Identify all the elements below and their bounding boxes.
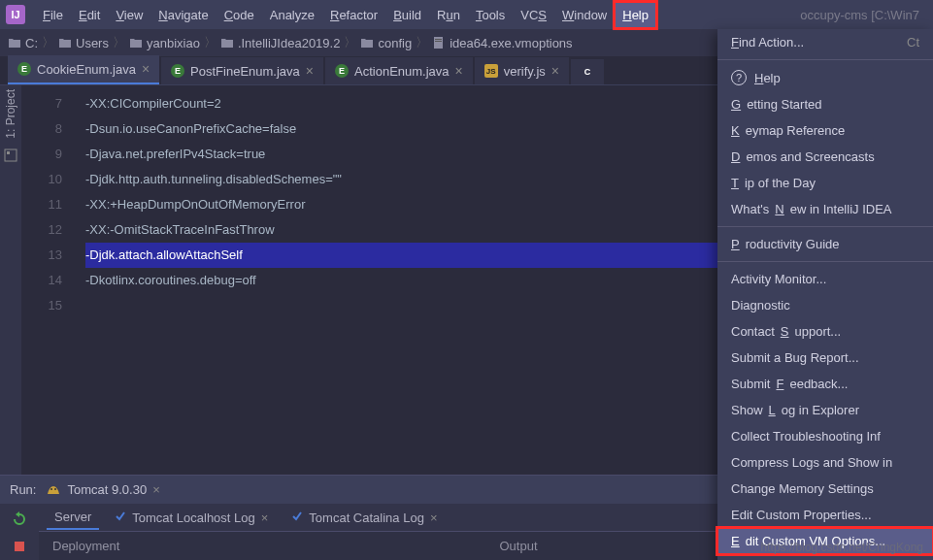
col-deployment: Deployment [39, 539, 486, 553]
sidebar-project-label[interactable]: 1: Project [4, 89, 17, 139]
close-icon[interactable]: × [261, 511, 269, 525]
run-tab[interactable]: Tomcat Catalina Log× [283, 507, 445, 529]
svg-point-5 [50, 488, 52, 490]
menu-view[interactable]: View [108, 2, 150, 28]
help-menu-item[interactable]: What's New in IntelliJ IDEA [717, 196, 933, 222]
folder-icon [129, 37, 143, 49]
close-icon[interactable]: × [455, 63, 463, 79]
help-menu-item[interactable]: Change Memory Settings [717, 476, 933, 502]
filetype-icon: E [171, 64, 184, 78]
svg-rect-7 [15, 542, 24, 551]
help-menu-item[interactable]: Keymap Reference [717, 117, 933, 144]
svg-rect-1 [435, 39, 442, 40]
run-tools [0, 504, 39, 560]
help-menu-item[interactable]: Tip of the Day [717, 170, 933, 196]
help-icon-row[interactable]: ?Help [717, 64, 933, 91]
menu-tools[interactable]: Tools [468, 2, 513, 28]
svg-rect-0 [434, 37, 443, 49]
menu-build[interactable]: Build [385, 2, 429, 28]
help-icon: ? [731, 70, 747, 85]
filetype-icon: C [581, 65, 594, 79]
help-menu-item[interactable]: Demos and Screencasts [717, 144, 933, 170]
menu-refactor[interactable]: Refactor [322, 2, 385, 28]
editor-tab[interactable]: EPostFineEnum.java× [161, 57, 323, 84]
log-icon [115, 511, 126, 525]
log-icon [291, 511, 303, 525]
help-menu-item[interactable]: Productivity Guide [717, 231, 933, 257]
menu-file[interactable]: File [35, 2, 71, 28]
run-tab[interactable]: Tomcat Localhost Log× [107, 507, 276, 529]
folder-icon [220, 37, 234, 49]
folder-icon [360, 37, 374, 49]
menu-vcs[interactable]: VCS [513, 2, 554, 28]
help-menu-item[interactable]: Activity Monitor... [717, 266, 933, 292]
help-menu-item[interactable]: Debug Log Settings... [717, 554, 933, 560]
help-menu-item[interactable]: Contact Support... [717, 318, 933, 345]
svg-rect-3 [5, 149, 17, 161]
editor-tab[interactable]: C [571, 59, 604, 84]
close-icon[interactable]: × [152, 482, 160, 497]
menu-run[interactable]: Run [429, 2, 468, 28]
menu-edit[interactable]: Edit [71, 2, 108, 28]
help-menu-item[interactable]: Collect Troubleshooting Inf [717, 423, 933, 449]
breadcrumb-item[interactable]: yanbixiao [129, 36, 200, 50]
close-icon[interactable]: × [551, 63, 559, 79]
help-menu-item[interactable]: Edit Custom Properties... [717, 502, 933, 528]
folder-icon [58, 37, 72, 49]
menu-code[interactable]: Code [217, 2, 262, 28]
tomcat-icon [46, 482, 61, 498]
run-title: Run: [10, 482, 36, 497]
project-name: occupy-cms [C:\Win7 [800, 8, 927, 22]
menu-window[interactable]: Window [554, 2, 615, 28]
svg-rect-2 [435, 41, 442, 42]
editor-tab[interactable]: EActionEnum.java× [325, 57, 473, 84]
close-icon[interactable]: × [142, 61, 150, 77]
run-tab[interactable]: Server [47, 506, 99, 530]
filetype-icon: E [335, 64, 349, 78]
menubar: IJ FileEditViewNavigateCodeAnalyzeRefact… [0, 0, 933, 29]
help-menu-item[interactable]: Compress Logs and Show in [717, 449, 933, 476]
svg-point-6 [54, 488, 56, 490]
breadcrumb-item[interactable]: .IntelliJIdea2019.2 [220, 36, 341, 50]
close-icon[interactable]: × [430, 511, 438, 525]
app-icon: IJ [6, 5, 25, 24]
help-menu: Find Action...Ct?HelpGetting StartedKeym… [717, 29, 933, 560]
menu-find-action[interactable]: Find Action...Ct [717, 29, 933, 55]
help-menu-item[interactable]: Getting Started [717, 91, 933, 117]
breadcrumb-item[interactable]: C: [8, 36, 38, 50]
file-icon [432, 37, 446, 49]
run-config[interactable]: Tomcat 9.0.30 × [46, 482, 159, 498]
filetype-icon: JS [484, 64, 498, 78]
menu-help[interactable]: Help [615, 2, 656, 28]
filetype-icon: E [17, 62, 31, 76]
menu-navigate[interactable]: Navigate [150, 2, 216, 28]
stop-button[interactable] [10, 537, 29, 556]
help-menu-item[interactable]: Submit Feedback... [717, 371, 933, 397]
rerun-button[interactable] [10, 510, 29, 529]
help-menu-item[interactable]: Show Log in Explorer [717, 397, 933, 423]
close-icon[interactable]: × [306, 63, 314, 79]
help-menu-item[interactable]: Submit a Bug Report... [717, 345, 933, 371]
breadcrumb-item[interactable]: config [360, 36, 412, 50]
help-menu-item[interactable]: Diagnostic [717, 292, 933, 318]
breadcrumb-item[interactable]: Users [58, 36, 109, 50]
svg-rect-4 [7, 151, 10, 154]
structure-icon[interactable] [4, 148, 17, 162]
menu-analyze[interactable]: Analyze [262, 2, 322, 28]
gutter: 789101112131415 [21, 85, 76, 475]
watermark: https://blog.csdn.net/CringKong [761, 541, 923, 554]
editor-tab[interactable]: JSverify.js× [475, 57, 569, 84]
editor-tab[interactable]: ECookieEnum.java× [8, 55, 159, 84]
drive-icon [8, 37, 21, 49]
breadcrumb-item[interactable]: idea64.exe.vmoptions [432, 36, 572, 50]
tool-sidebar: 1: Project [0, 85, 21, 475]
